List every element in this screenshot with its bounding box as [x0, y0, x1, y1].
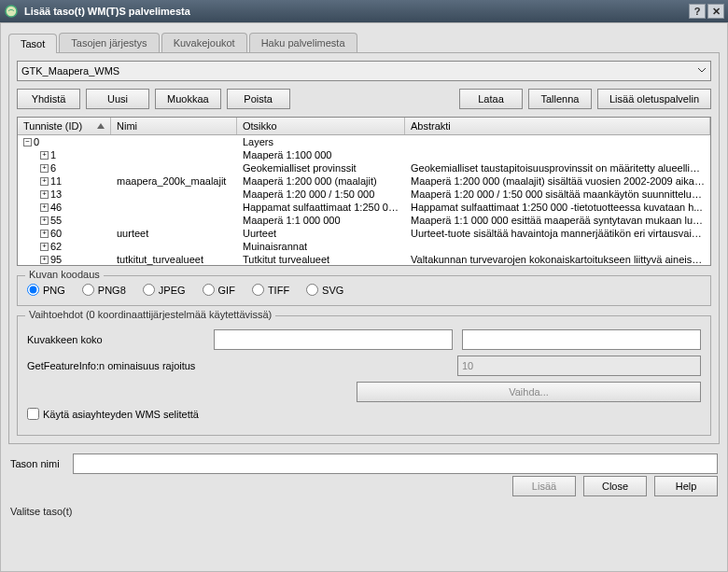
tab-order[interactable]: Tasojen järjestys — [59, 33, 159, 52]
new-button[interactable]: Uusi — [86, 89, 149, 109]
table-row[interactable]: +62Muinaisrannat — [18, 240, 710, 253]
radio-png[interactable]: PNG — [27, 284, 65, 296]
row-title: Maaperä 1:20 000 / 1:50 000 — [237, 188, 405, 201]
col-title[interactable]: Otsikko — [237, 118, 405, 134]
row-id: 1 — [50, 149, 56, 160]
row-name — [111, 161, 237, 174]
table-row[interactable]: +13Maaperä 1:20 000 / 1:50 000Maaperä 1:… — [18, 188, 710, 201]
row-abstract: Maaperä 1:20 000 / 1:50 000 sisältää maa… — [405, 188, 710, 201]
radio-tiff[interactable]: TIFF — [252, 284, 289, 296]
main-area: Tasot Tasojen järjestys Kuvakejoukot Hak… — [0, 22, 728, 572]
row-abstract: Geokemialliset taustapitoisuusprovinssit… — [405, 161, 710, 174]
connect-button[interactable]: Yhdistä — [17, 89, 80, 109]
expand-icon[interactable]: + — [40, 230, 49, 238]
edit-button[interactable]: Muokkaa — [155, 89, 221, 109]
add-button: Lisää — [512, 476, 576, 496]
connection-buttons: Yhdistä Uusi Muokkaa Poista Lataa Tallen… — [17, 89, 711, 109]
tilesize-height-input[interactable] — [462, 329, 701, 350]
table-row[interactable]: +6Geokemialliset provinssitGeokemiallise… — [18, 161, 710, 174]
tilesize-width-input[interactable] — [214, 329, 453, 350]
row-title: Maaperä 1:100 000 — [237, 148, 405, 161]
expand-icon[interactable]: + — [40, 256, 49, 264]
row-name — [111, 135, 237, 148]
row-id: 11 — [50, 175, 62, 187]
col-abstract[interactable]: Abstrakti — [405, 118, 710, 134]
expand-icon[interactable]: + — [40, 177, 49, 186]
row-id: 0 — [34, 136, 39, 147]
close-button-titlebar[interactable]: ✕ — [707, 4, 724, 19]
delete-button[interactable]: Poista — [227, 89, 290, 109]
window-title: Lisää taso(t) WM(T)S palvelimesta — [24, 6, 190, 17]
table-row[interactable]: +46Happamat sulfaattimaat 1:250 000Happa… — [18, 201, 710, 214]
table-row[interactable]: −0Layers — [18, 135, 710, 148]
row-abstract: Maaperä 1:200 000 (maalajit) sisältää vu… — [405, 174, 710, 188]
row-abstract: Valtakunnan turvevarojen kokonaiskartoit… — [405, 253, 710, 266]
row-name — [111, 240, 237, 253]
table-row[interactable]: +95tutkitut_turvealueetTutkitut turvealu… — [18, 253, 710, 266]
tilesize-label: Kuvakkeen koko — [27, 334, 204, 345]
layername-input[interactable] — [73, 453, 718, 474]
save-button[interactable]: Tallenna — [528, 89, 592, 109]
radio-svg[interactable]: SVG — [306, 284, 343, 296]
row-title: Maaperä 1:1 000 000 — [237, 214, 405, 227]
col-name[interactable]: Nimi — [111, 118, 237, 134]
row-abstract — [405, 240, 710, 253]
table-row[interactable]: +11maapera_200k_maalajitMaaperä 1:200 00… — [18, 174, 710, 188]
help-button-titlebar[interactable]: ? — [689, 4, 706, 19]
expand-icon[interactable]: + — [40, 190, 49, 199]
row-title: Uurteet — [237, 227, 405, 240]
add-default-server-button[interactable]: Lisää oletuspalvelin — [597, 89, 711, 109]
help-button[interactable]: Help — [654, 476, 718, 496]
layers-table[interactable]: Tunniste (ID) Nimi Otsikko Abstrakti −0L… — [17, 117, 711, 266]
radio-jpeg[interactable]: JPEG — [143, 284, 186, 296]
connection-combo[interactable]: GTK_Maapera_WMS — [17, 61, 711, 81]
connection-selected: GTK_Maapera_WMS — [21, 65, 119, 77]
row-name: maapera_200k_maalajit — [111, 174, 237, 188]
row-id: 13 — [50, 188, 62, 200]
radio-gif[interactable]: GIF — [203, 284, 235, 296]
close-button[interactable]: Close — [583, 476, 647, 496]
tab-serversearch[interactable]: Haku palvelimesta — [249, 33, 357, 52]
expand-icon[interactable]: + — [40, 216, 49, 225]
featurecount-input — [457, 356, 701, 376]
row-id: 62 — [50, 241, 62, 252]
dialog-footer: Lisää Close Help — [10, 476, 718, 496]
row-abstract: Maaperä 1:1 000 000 esittää maaperää syn… — [405, 214, 710, 227]
table-header-row: Tunniste (ID) Nimi Otsikko Abstrakti — [18, 118, 710, 135]
collapse-icon[interactable]: − — [23, 138, 32, 146]
change-row: Vaihda... — [27, 382, 701, 402]
row-id: 95 — [50, 254, 62, 265]
row-name — [111, 201, 237, 214]
row-id: 6 — [50, 162, 56, 174]
row-abstract — [405, 135, 710, 148]
table-row[interactable]: +1Maaperä 1:100 000 — [18, 148, 710, 161]
contextual-legend-checkbox[interactable]: Käytä asiayhteyden WMS selitettä — [27, 408, 204, 420]
expand-icon[interactable]: + — [40, 164, 49, 173]
expand-icon[interactable]: + — [40, 243, 49, 251]
app-icon — [4, 4, 19, 19]
table-row[interactable]: +60uurteetUurteetUurteet-tuote sisältää … — [18, 227, 710, 240]
table-body: −0Layers+1Maaperä 1:100 000+6Geokemialli… — [18, 135, 710, 266]
tab-tilesets[interactable]: Kuvakejoukot — [161, 33, 247, 52]
options-legend: Vaihtoehdot (0 koordinaattijärjestelmää … — [25, 309, 275, 320]
load-button[interactable]: Lataa — [459, 89, 523, 109]
expand-icon[interactable]: + — [40, 151, 49, 160]
col-id[interactable]: Tunniste (ID) — [18, 118, 111, 134]
table-row[interactable]: +55Maaperä 1:1 000 000Maaperä 1:1 000 00… — [18, 214, 710, 227]
chevron-down-icon — [697, 65, 707, 77]
row-title: Tutkitut turvealueet — [237, 253, 405, 266]
radio-png8[interactable]: PNG8 — [82, 284, 126, 296]
row-title: Geokemialliset provinssit — [237, 161, 405, 174]
tab-layers[interactable]: Tasot — [8, 34, 57, 53]
layername-label: Tason nimi — [10, 458, 60, 469]
title-bar: Lisää taso(t) WM(T)S palvelimesta ? ✕ — [0, 0, 728, 22]
tabs: Tasot Tasojen järjestys Kuvakejoukot Hak… — [8, 33, 720, 53]
expand-icon[interactable]: + — [40, 203, 49, 212]
row-title: Muinaisrannat — [237, 240, 405, 253]
row-abstract: Happamat sulfaattimaat 1:250 000 -tietot… — [405, 201, 710, 214]
status-text: Valitse taso(t) — [8, 502, 720, 521]
change-crs-button: Vaihda... — [357, 382, 701, 402]
encoding-radios: PNG PNG8 JPEG GIF TIFF SVG — [27, 284, 701, 296]
row-name: tutkitut_turvealueet — [111, 253, 237, 266]
row-name — [111, 188, 237, 201]
